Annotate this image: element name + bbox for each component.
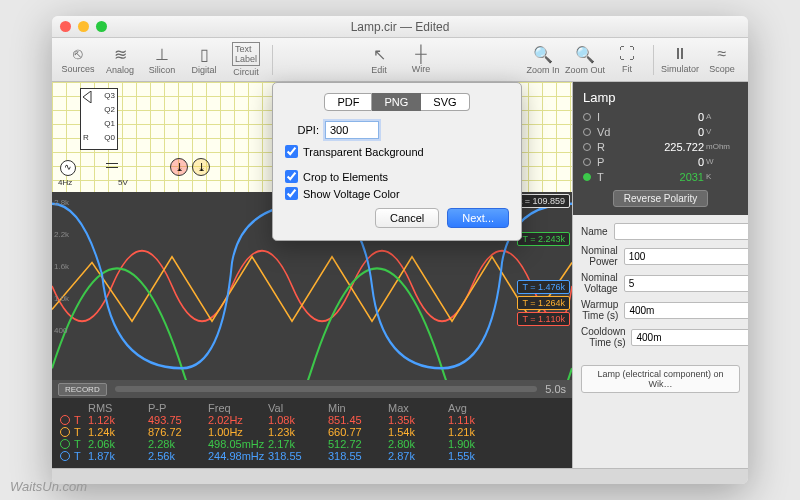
lamp-1[interactable]: ⤓ <box>170 158 188 176</box>
pause-icon: ⏸ <box>672 45 688 63</box>
table-row[interactable]: T2.06k2.28k498.05mHz2.17k512.722.80k1.90… <box>60 438 564 450</box>
fit-icon: ⛶ <box>619 45 635 63</box>
measurement-row: P0W <box>583 154 738 169</box>
tab-pdf[interactable]: PDF <box>324 93 372 111</box>
zoomout-button[interactable]: 🔍Zoom Out <box>565 40 605 80</box>
measurement-row: T2031K <box>583 169 738 184</box>
counter-chip[interactable]: Q3 Q2 Q1 Q0 R <box>80 88 118 150</box>
measurement-row: Vd0V <box>583 124 738 139</box>
scope-controls: RECORD 5.0s <box>52 380 572 398</box>
scroll-track[interactable] <box>115 386 538 392</box>
trace-badge: T = 1.476k <box>517 280 570 294</box>
cooldown-time-field[interactable] <box>631 329 748 346</box>
cursor-icon: ↖ <box>373 45 386 64</box>
inspector-panel: Lamp I0AVd0VR225.722mOhmP0WT2031K Revers… <box>572 82 748 468</box>
time-end: 5.0s <box>545 383 566 395</box>
text-icon: TextLabel <box>232 42 260 66</box>
lamp-2[interactable]: ⤓ <box>192 158 210 176</box>
trace-badge: T = 1.110k <box>517 312 570 326</box>
time-badge: t = 109.859 <box>515 194 570 208</box>
simulator-button[interactable]: ⏸Simulator <box>660 40 700 80</box>
digital-icon: ▯ <box>200 45 209 64</box>
watermark: WaitsUn.com <box>10 479 87 494</box>
scope-icon: ≈ <box>718 45 727 63</box>
footer <box>52 468 748 484</box>
measurements-table: RMS P-P Freq Val Min Max Avg T1.12k493.7… <box>52 398 572 468</box>
table-row[interactable]: T1.24k876.721.00Hz1.23k660.771.54k1.21k <box>60 426 564 438</box>
voltage-color-checkbox[interactable]: Show Voltage Color <box>285 187 509 200</box>
record-button[interactable]: RECORD <box>58 383 107 396</box>
reverse-polarity-button[interactable]: Reverse Polarity <box>613 190 708 207</box>
crop-checkbox[interactable]: Crop to Elements <box>285 170 509 183</box>
zoomin-icon: 🔍 <box>533 45 553 64</box>
wire-button[interactable]: ┼Wire <box>401 40 441 80</box>
nominal-power-field[interactable] <box>624 248 748 265</box>
format-segmented: PDF PNG SVG <box>285 93 509 111</box>
zoomout-icon: 🔍 <box>575 45 595 64</box>
transparent-checkbox[interactable]: Transparent Background <box>285 145 509 158</box>
capacitor[interactable] <box>112 155 113 181</box>
warmup-time-field[interactable] <box>624 302 748 319</box>
tab-png[interactable]: PNG <box>372 93 421 111</box>
sources-icon: ⎋ <box>73 45 83 63</box>
fit-button[interactable]: ⛶Fit <box>607 40 647 80</box>
textlabel-button[interactable]: TextLabelCircuit <box>226 40 266 80</box>
name-field[interactable] <box>614 223 748 240</box>
measurement-row: R225.722mOhm <box>583 139 738 154</box>
silicon-button[interactable]: ⊥Silicon <box>142 40 182 80</box>
titlebar: Lamp.cir — Edited <box>52 16 748 38</box>
silicon-icon: ⊥ <box>155 45 169 64</box>
wire-icon: ┼ <box>415 45 426 63</box>
next-button[interactable]: Next... <box>447 208 509 228</box>
inspector-title: Lamp <box>583 90 738 105</box>
nominal-voltage-field[interactable] <box>624 275 748 292</box>
zoomin-button[interactable]: 🔍Zoom In <box>523 40 563 80</box>
cancel-button[interactable]: Cancel <box>375 208 439 228</box>
ac-source[interactable]: ∿ <box>60 160 76 176</box>
edit-button[interactable]: ↖Edit <box>359 40 399 80</box>
export-dialog: PDF PNG SVG DPI: Transparent Background … <box>272 82 522 241</box>
wiki-link-button[interactable]: Lamp (electrical component) on Wik… <box>581 365 740 393</box>
toolbar: ⎋Sources ≋Analog ⊥Silicon ▯Digital TextL… <box>52 38 748 82</box>
table-row[interactable]: T1.87k2.56k244.98mHz318.55318.552.87k1.5… <box>60 450 564 462</box>
scope-button[interactable]: ≈Scope <box>702 40 742 80</box>
analog-button[interactable]: ≋Analog <box>100 40 140 80</box>
dpi-field[interactable] <box>325 121 379 139</box>
window-title: Lamp.cir — Edited <box>52 20 748 34</box>
table-row[interactable]: T1.12k493.752.02Hz1.08k851.451.35k1.11k <box>60 414 564 426</box>
trace-badge: T = 1.264k <box>517 296 570 310</box>
tab-svg[interactable]: SVG <box>421 93 469 111</box>
digital-button[interactable]: ▯Digital <box>184 40 224 80</box>
trace-badge: T = 2.243k <box>517 232 570 246</box>
measurement-row: I0A <box>583 109 738 124</box>
analog-icon: ≋ <box>114 45 127 64</box>
sources-button[interactable]: ⎋Sources <box>58 40 98 80</box>
